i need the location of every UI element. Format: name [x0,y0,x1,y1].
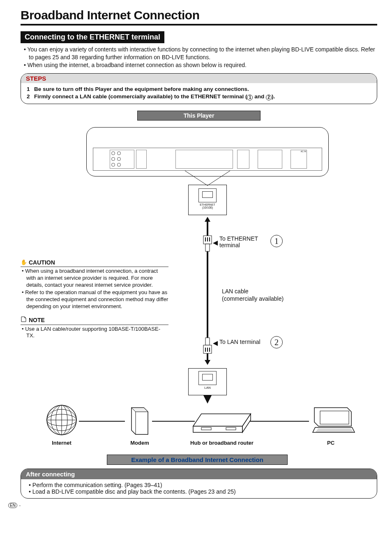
lan-plug-icon [201,337,214,355]
device-label: PC [300,440,362,446]
caution-list: When using a broadband internet connecti… [21,268,168,310]
lan-plug-icon [201,235,214,253]
step-number: 2 [27,93,34,100]
page-title: Broadband Internet Connection [21,8,377,26]
note-heading-text: NOTE [29,316,45,324]
svg-rect-19 [201,427,211,430]
note-heading: NOTE [21,316,168,325]
device-label: Internet [37,440,86,446]
caution-bullet: When using a broadband internet connecti… [21,268,168,289]
lan-cable-text-1: LAN cable [222,288,249,295]
svg-marker-11 [213,341,218,346]
svg-rect-5 [205,338,210,345]
steps-heading: STEPS [21,74,377,83]
svg-rect-21 [320,411,349,424]
ethernet-port-icon [198,188,217,202]
lan-cable-text: LAN cable (commercially available) [222,288,284,302]
pc-icon [306,404,355,436]
svg-rect-8 [207,348,208,352]
device-modem: Modem [115,404,164,446]
footer-lang-code: EN [8,503,17,508]
player-rear-panel: AC IN [93,148,322,171]
after-connecting-box: After connecting Perform the communicati… [21,469,377,499]
section-title: Connecting to the ETHERNET terminal [21,31,164,43]
diagram-area: AC IN ETHERNET (10/100) To ETHERNET term… [21,123,377,456]
svg-rect-7 [205,348,206,352]
lan-box-label: LAN [189,386,226,390]
to-ethernet-label: To ETHERNET terminal [219,235,269,248]
step-reference-circle-2: 2 [270,336,283,348]
modem-icon [125,404,154,436]
globe-icon [45,404,78,436]
eth-callout-top: ETHERNET [200,203,215,206]
svg-rect-2 [205,237,206,241]
after-bullet: Perform the communication setting. (Page… [28,482,370,488]
step-circle-1: 1 [247,95,253,100]
footer-lang: EN - [8,503,21,508]
note-list: Use a LAN cable/router supporting 10BASE… [21,326,168,340]
caution-bullet: Refer to the operation manual of the equ… [21,289,168,310]
caution-heading-text: CAUTION [29,259,55,266]
lan-port-icon [198,371,217,385]
hand-icon: ✋ [21,259,28,266]
device-router: Hub or broadband router [185,404,259,446]
device-row: Internet Modem Hub or broadban [21,404,378,445]
step-text-a: Firmly connect a LAN cable (commercially… [34,93,247,100]
svg-marker-10 [213,241,218,246]
after-connecting-heading: After connecting [21,469,377,479]
device-pc: PC [300,404,362,446]
caution-heading: ✋ CAUTION [21,259,168,267]
step-circle-2: 2 [266,95,272,100]
svg-rect-20 [226,427,236,430]
device-label: Hub or broadband router [185,440,259,446]
steps-box: STEPS 1 Be sure to turn off this Player … [21,73,377,104]
intro-bullet: When using the internet, a broadband int… [21,61,377,69]
step-number: 1 [27,86,34,93]
note-icon [21,316,28,324]
step-text-mid: and [253,93,266,100]
svg-rect-4 [209,237,210,241]
device-label: Modem [115,440,164,446]
eth-callout-bottom: (10/100) [202,206,213,209]
svg-rect-1 [205,244,210,251]
intro-bullet: You can enjoy a variety of contents with… [21,46,377,61]
lan-pointer-icon [203,395,212,404]
note-bullet: Use a LAN cable/router supporting 10BASE… [21,326,168,340]
step-text: Firmly connect a LAN cable (commercially… [34,93,275,100]
ethernet-callout: ETHERNET (10/100) [188,185,227,215]
lan-cable-text-2: (commercially available) [222,295,284,302]
after-connecting-list: Perform the communication setting. (Page… [28,482,370,495]
ethernet-callout-label: ETHERNET (10/100) [189,203,226,209]
device-internet: Internet [37,404,86,446]
lan-callout-box: LAN [188,368,227,395]
step-row: 2 Firmly connect a LAN cable (commercial… [27,93,371,100]
after-bullet: Load a BD-LIVE compatible disc and play … [28,488,370,495]
arrow-down-icon [205,360,210,365]
router-icon [189,404,255,436]
intro-list: You can enjoy a variety of contents with… [21,46,377,69]
svg-rect-9 [209,348,210,352]
step-row: 1 Be sure to turn off this Player and th… [27,86,371,93]
footer-dash: - [18,503,21,508]
step-reference-circle-1: 1 [270,235,283,247]
acin-label: AC IN [291,150,307,153]
to-lan-label: To LAN terminal [219,339,261,345]
step-text-b: ). [272,93,275,100]
svg-rect-3 [207,237,208,241]
example-label-bar: Example of a Broadband Internet Connecti… [107,455,288,465]
diagram-player-label: This Player [137,111,261,121]
step-text: Be sure to turn off this Player and the … [34,86,249,93]
